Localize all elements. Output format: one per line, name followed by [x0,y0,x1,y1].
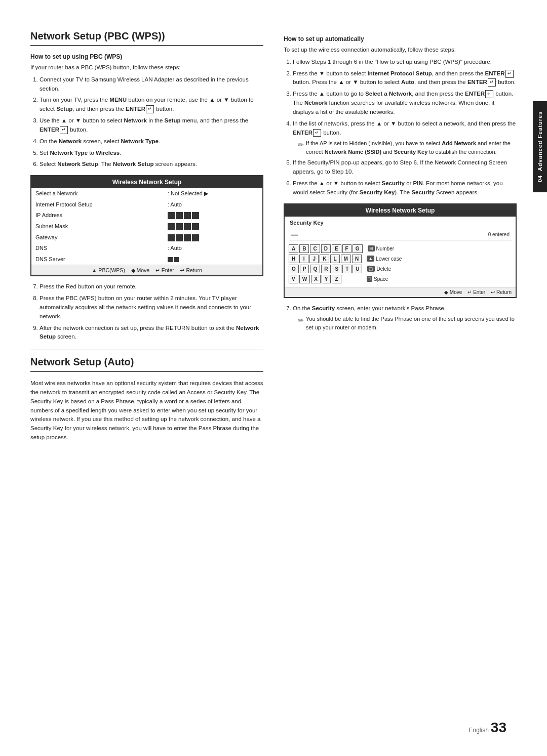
wns-row-gateway: Gateway [31,232,262,243]
key-X[interactable]: X [311,275,321,283]
key-M[interactable]: M [341,255,351,263]
key-label-lowercase: ▲ Lower case [367,256,402,262]
pbc-step-9: After the network connection is set up, … [40,324,263,342]
note-text: If the AP is set to Hidden (Invisible), … [306,139,517,156]
wns-row-dns: DNS : Auto [31,243,262,254]
main-content: Network Setup (PBC (WPS)) How to set up … [30,30,517,726]
subsection1-title: How to set up using PBC (WPS) [30,53,263,60]
label-delete: Delete [376,266,391,272]
wns-footer: ▲ PBC(WPS) ◆ Move ↵ Enter ↩ Return [31,265,262,275]
key-P[interactable]: P [300,265,309,273]
key-H[interactable]: H [289,255,298,263]
section2-title: Network Setup (Auto) [30,356,263,372]
page: Network Setup (PBC (WPS)) How to set up … [0,0,547,756]
key-label-number: ⊞ Number [368,245,395,251]
key-S[interactable]: S [332,265,341,273]
wns-label-gateway: Gateway [31,232,164,243]
page-number: 33 [491,720,506,736]
wns-value-ips: : Auto [164,199,262,211]
section1-title: Network Setup (PBC (WPS)) [30,30,263,46]
auto-step-4: In the list of networks, press the ▲ or … [293,119,517,156]
chapter-title: Advanced Features [537,111,543,171]
auto-step-3: Press the ▲ button to go to Select a Net… [293,90,517,116]
pbc-step-6: Select Network Setup. The Network Setup … [40,160,263,169]
wns2-cursor: — [291,231,298,239]
auto-step-2: Press the ▼ button to select Internet Pr… [293,69,517,88]
section-divider [30,350,263,350]
key-B[interactable]: B [299,244,309,253]
key-N[interactable]: N [352,255,362,263]
wns-value-subnet [164,221,262,232]
pbc-step-8: Press the PBC (WPS) button on your route… [40,294,263,321]
note-pencil-icon: ✏ [298,140,304,151]
wns-header: Wireless Network Setup [31,176,262,188]
wns-row-ips: Internet Protocol Setup : Auto [31,199,262,211]
key-F[interactable]: F [342,244,351,253]
chapter-number: 04 [537,175,543,182]
auto-steps-7: On the Security screen, enter your netwo… [284,304,517,332]
key-U[interactable]: U [353,265,362,273]
key-label-delete: ▢ Delete [367,266,391,272]
key-Z[interactable]: Z [332,275,341,283]
wireless-network-setup-box: Wireless Network Setup Select a Network … [30,175,263,276]
label-lowercase: Lower case [376,256,402,262]
key-I[interactable]: I [299,255,308,263]
key-row-4: V W X Y Z □ Space [289,275,512,283]
wns-value-dnsserver [164,254,262,265]
key-T[interactable]: T [342,265,351,273]
wns2-entered-count: 0 entered [488,232,510,237]
wns2-key-rows: A B C D E F G ⊞ Number H [285,242,516,287]
wns2-header: Wireless Network Setup [285,204,516,217]
key-G[interactable]: G [353,244,363,253]
wns-label-ip: IP Address [31,210,164,221]
key-R[interactable]: R [321,265,331,273]
key-J[interactable]: J [309,255,319,263]
wns-value-gateway [164,232,262,243]
auto-step-1: Follow Steps 1 through 6 in the "How to … [293,58,517,67]
wns2-footer: ◆ Move ↵ Enter ↩ Return [285,287,516,297]
wns-row-ip: IP Address [31,210,262,221]
wns-row-dnsserver: DNS Server [31,254,262,265]
key-E[interactable]: E [332,244,341,253]
key-A[interactable]: A [289,244,298,253]
chapter-tab: 04 Advanced Features [533,101,547,192]
note-pencil-icon2: ✏ [298,315,304,326]
key-row-1: A B C D E F G ⊞ Number [289,244,512,253]
auto-intro: Most wireless networks have an optional … [30,379,263,442]
pbc-step-3: Use the ▲ or ▼ button to select Network … [40,116,263,135]
key-W[interactable]: W [299,275,310,283]
key-row-2: H I J K L M N ▲ Lower case [289,255,512,263]
note-passphrase: ✏ You should be able to find the Pass Ph… [298,315,517,331]
key-C[interactable]: C [310,244,320,253]
language-label: English [468,727,488,734]
key-L[interactable]: L [330,255,339,263]
pbc-step-1: Connect your TV to Samsung Wireless LAN … [40,75,263,94]
key-V[interactable]: V [289,275,298,283]
auto-step-7: On the Security screen, enter your netwo… [293,304,517,332]
wns-row-subnet: Subnet Mask [31,221,262,232]
left-column: Network Setup (PBC (WPS)) How to set up … [30,30,263,726]
space-icon: □ [367,276,372,282]
wns2-input-field: — 0 entered [289,230,512,240]
wns-value-ip [164,210,262,221]
key-Y[interactable]: Y [322,275,331,283]
pbc-step-4: On the Network screen, select Network Ty… [40,137,263,146]
key-D[interactable]: D [321,244,331,253]
wireless-network-setup-box2: Wireless Network Setup Security Key — 0 … [284,203,517,298]
wns-value-dns: : Auto [164,243,262,254]
wns2-security-key-row: Security Key [285,217,516,228]
auto-step-5: If the Security/PIN pop-up appears, go t… [293,158,517,177]
number-icon: ⊞ [368,245,375,251]
pbc-step-7: Press the Red button on your remote. [40,282,263,291]
note-passphrase-text: You should be able to find the Pass Phra… [306,315,517,331]
key-label-space: □ Space [367,276,388,282]
auto-step-6: Press the ▲ or ▼ button to select Securi… [293,179,517,197]
key-K[interactable]: K [320,255,329,263]
pbc-steps-list: Connect your TV to Samsung Wireless LAN … [30,75,263,169]
wns-value-select: : Not Selected ▶ [164,188,262,199]
pbc-steps-7-9: Press the Red button on your remote. Pre… [30,282,263,342]
key-O[interactable]: O [289,265,299,273]
wns-table: Select a Network : Not Selected ▶ Intern… [31,188,262,265]
wns-row-select-network: Select a Network : Not Selected ▶ [31,188,262,199]
key-Q[interactable]: Q [310,265,320,273]
